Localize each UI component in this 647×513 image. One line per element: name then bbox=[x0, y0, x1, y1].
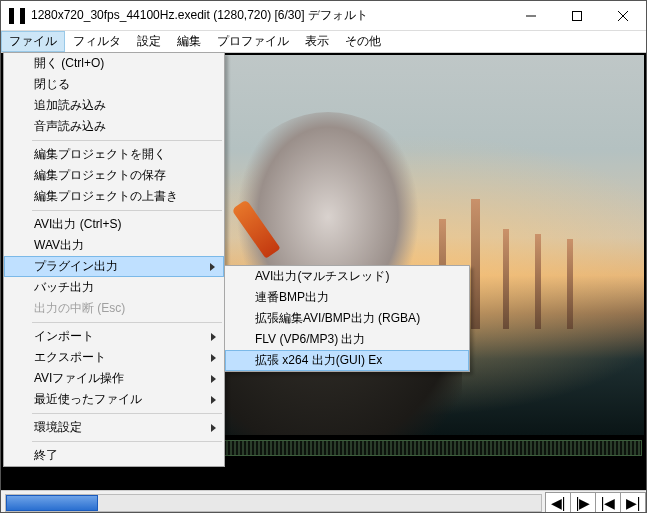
menu-separator bbox=[32, 322, 222, 323]
menu-item-label: AVIファイル操作 bbox=[34, 370, 124, 387]
menu-item-label: 終了 bbox=[34, 447, 58, 464]
menu-profile[interactable]: プロファイル bbox=[209, 31, 297, 52]
preview-shape bbox=[503, 229, 509, 329]
menu-item-label: 追加読み込み bbox=[34, 97, 106, 114]
file-menu-item[interactable]: 追加読み込み bbox=[4, 95, 224, 116]
window-title: 1280x720_30fps_44100Hz.exedit (1280,720)… bbox=[31, 7, 508, 24]
title-bar: 1280x720_30fps_44100Hz.exedit (1280,720)… bbox=[1, 1, 646, 31]
plugin-submenu-item[interactable]: 連番BMP出力 bbox=[225, 287, 469, 308]
svg-rect-1 bbox=[573, 11, 582, 20]
menu-item-label: バッチ出力 bbox=[34, 279, 94, 296]
menu-filter[interactable]: フィルタ bbox=[65, 31, 129, 52]
plugin-submenu-item[interactable]: FLV (VP6/MP3) 出力 bbox=[225, 329, 469, 350]
menu-edit[interactable]: 編集 bbox=[169, 31, 209, 52]
menu-separator bbox=[32, 413, 222, 414]
preview-shape bbox=[471, 199, 480, 329]
submenu-arrow-icon bbox=[211, 375, 216, 383]
file-menu-item: 出力の中断 (Esc) bbox=[4, 298, 224, 319]
file-menu-item[interactable]: 最近使ったファイル bbox=[4, 389, 224, 410]
plugin-submenu-item[interactable]: 拡張 x264 出力(GUI) Ex bbox=[225, 350, 469, 371]
submenu-arrow-icon bbox=[211, 396, 216, 404]
menu-item-label: AVI出力(マルチスレッド) bbox=[255, 268, 389, 285]
menu-item-label: プラグイン出力 bbox=[34, 258, 118, 275]
file-menu-item[interactable]: 音声読み込み bbox=[4, 116, 224, 137]
app-icon bbox=[9, 8, 25, 24]
goto-start-button[interactable]: |◀ bbox=[595, 492, 621, 514]
menu-item-label: 音声読み込み bbox=[34, 118, 106, 135]
file-menu-item[interactable]: AVIファイル操作 bbox=[4, 368, 224, 389]
seek-thumb[interactable] bbox=[6, 495, 98, 511]
menu-item-label: 最近使ったファイル bbox=[34, 391, 142, 408]
submenu-arrow-icon bbox=[211, 333, 216, 341]
menu-separator bbox=[32, 441, 222, 442]
file-menu-item[interactable]: WAV出力 bbox=[4, 235, 224, 256]
menu-item-label: 編集プロジェクトの保存 bbox=[34, 167, 166, 184]
file-menu-item[interactable]: 閉じる bbox=[4, 74, 224, 95]
file-menu-item[interactable]: プラグイン出力 bbox=[4, 256, 224, 277]
file-menu-item[interactable]: バッチ出力 bbox=[4, 277, 224, 298]
menu-item-label: インポート bbox=[34, 328, 94, 345]
menu-item-label: 編集プロジェクトを開く bbox=[34, 146, 166, 163]
file-menu-item[interactable]: 環境設定 bbox=[4, 417, 224, 438]
menu-separator bbox=[32, 140, 222, 141]
file-menu-item[interactable]: 編集プロジェクトを開く bbox=[4, 144, 224, 165]
menu-file[interactable]: ファイル bbox=[1, 31, 65, 52]
next-frame-button[interactable]: |▶ bbox=[570, 492, 596, 514]
maximize-button[interactable] bbox=[554, 1, 600, 30]
prev-frame-button[interactable]: ◀| bbox=[545, 492, 571, 514]
submenu-arrow-icon bbox=[210, 263, 215, 271]
file-menu-item[interactable]: AVI出力 (Ctrl+S) bbox=[4, 214, 224, 235]
menu-item-label: 開く (Ctrl+O) bbox=[34, 55, 104, 72]
submenu-arrow-icon bbox=[211, 424, 216, 432]
plugin-submenu-item[interactable]: 拡張編集AVI/BMP出力 (RGBA) bbox=[225, 308, 469, 329]
menu-item-label: 編集プロジェクトの上書き bbox=[34, 188, 178, 205]
close-button[interactable] bbox=[600, 1, 646, 30]
menu-item-label: FLV (VP6/MP3) 出力 bbox=[255, 331, 365, 348]
menu-other[interactable]: その他 bbox=[337, 31, 389, 52]
window-controls bbox=[508, 1, 646, 30]
file-menu-item[interactable]: 開く (Ctrl+O) bbox=[4, 53, 224, 74]
menu-item-label: 拡張編集AVI/BMP出力 (RGBA) bbox=[255, 310, 420, 327]
transport-controls: ◀| |▶ |◀ ▶| bbox=[546, 492, 646, 514]
menu-item-label: 閉じる bbox=[34, 76, 70, 93]
goto-end-button[interactable]: ▶| bbox=[620, 492, 646, 514]
seek-scrollbar[interactable] bbox=[5, 494, 542, 512]
menu-item-label: 連番BMP出力 bbox=[255, 289, 329, 306]
file-menu-item[interactable]: インポート bbox=[4, 326, 224, 347]
menu-view[interactable]: 表示 bbox=[297, 31, 337, 52]
submenu-arrow-icon bbox=[211, 354, 216, 362]
menu-item-label: エクスポート bbox=[34, 349, 106, 366]
menu-item-label: 拡張 x264 出力(GUI) Ex bbox=[255, 352, 382, 369]
preview-shape bbox=[535, 234, 541, 329]
menu-separator bbox=[32, 210, 222, 211]
menu-bar: ファイル フィルタ 設定 編集 プロファイル 表示 その他 bbox=[1, 31, 646, 53]
file-menu-dropdown: 開く (Ctrl+O)閉じる追加読み込み音声読み込み編集プロジェクトを開く編集プ… bbox=[3, 52, 225, 467]
file-menu-item[interactable]: 終了 bbox=[4, 445, 224, 466]
menu-item-label: 出力の中断 (Esc) bbox=[34, 300, 125, 317]
menu-item-label: WAV出力 bbox=[34, 237, 84, 254]
minimize-button[interactable] bbox=[508, 1, 554, 30]
menu-settings[interactable]: 設定 bbox=[129, 31, 169, 52]
file-menu-item[interactable]: 編集プロジェクトの保存 bbox=[4, 165, 224, 186]
preview-shape bbox=[567, 239, 573, 329]
plugin-submenu-item[interactable]: AVI出力(マルチスレッド) bbox=[225, 266, 469, 287]
plugin-output-submenu: AVI出力(マルチスレッド)連番BMP出力拡張編集AVI/BMP出力 (RGBA… bbox=[224, 265, 470, 372]
menu-item-label: AVI出力 (Ctrl+S) bbox=[34, 216, 121, 233]
file-menu-item[interactable]: エクスポート bbox=[4, 347, 224, 368]
menu-item-label: 環境設定 bbox=[34, 419, 82, 436]
file-menu-item[interactable]: 編集プロジェクトの上書き bbox=[4, 186, 224, 207]
bottom-bar: ◀| |▶ |◀ ▶| bbox=[1, 490, 646, 513]
